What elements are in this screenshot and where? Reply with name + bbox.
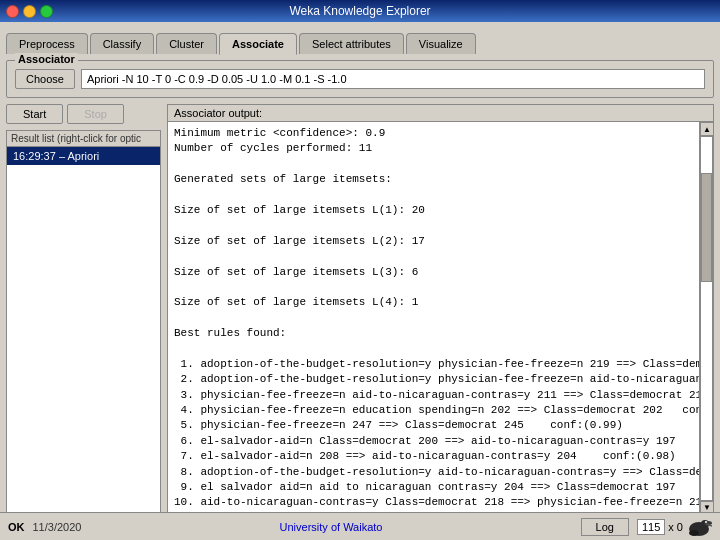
tab-associate[interactable]: Associate bbox=[219, 33, 297, 55]
weka-bird-icon bbox=[686, 516, 712, 538]
svg-point-5 bbox=[689, 530, 699, 536]
choose-button[interactable]: Choose bbox=[15, 69, 75, 89]
associator-group: Associator Choose Apriori -N 10 -T 0 -C … bbox=[6, 60, 714, 98]
result-list-label: Result list (right-click for optic bbox=[7, 131, 160, 147]
output-label: Associator output: bbox=[168, 105, 713, 122]
tab-visualize[interactable]: Visualize bbox=[406, 33, 476, 54]
window-title: Weka Knowledge Explorer bbox=[289, 4, 430, 18]
result-item-time: 16:29:37 bbox=[13, 150, 56, 162]
zoom-value: 115 bbox=[637, 519, 665, 535]
vertical-scrollbar[interactable]: ▲ ▼ bbox=[699, 122, 713, 515]
output-content: Minimum metric <confidence>: 0.9 Number … bbox=[168, 122, 699, 515]
maximize-btn[interactable] bbox=[40, 5, 53, 18]
tabs-bar: Preprocess Classify Cluster Associate Se… bbox=[0, 22, 720, 54]
status-ok: OK bbox=[8, 521, 25, 533]
scroll-track[interactable] bbox=[700, 136, 713, 501]
title-bar: Weka Knowledge Explorer bbox=[0, 0, 720, 22]
scroll-up-arrow[interactable]: ▲ bbox=[700, 122, 713, 136]
stop-button[interactable]: Stop bbox=[67, 104, 124, 124]
output-panel: Associator output: Minimum metric <confi… bbox=[167, 104, 714, 530]
result-item-name: Apriori bbox=[67, 150, 99, 162]
status-university: University of Waikato bbox=[89, 521, 572, 533]
svg-point-3 bbox=[705, 521, 707, 523]
associator-label: Associator bbox=[15, 53, 78, 65]
tab-preprocess[interactable]: Preprocess bbox=[6, 33, 88, 54]
tab-classify[interactable]: Classify bbox=[90, 33, 155, 54]
algorithm-text: Apriori -N 10 -T 0 -C 0.9 -D 0.05 -U 1.0… bbox=[81, 69, 705, 89]
zoom-label: x 0 bbox=[668, 521, 683, 533]
zoom-area: 115 x 0 bbox=[637, 516, 712, 538]
status-date: 11/3/2020 bbox=[33, 521, 82, 533]
close-btn[interactable] bbox=[6, 5, 19, 18]
tab-cluster[interactable]: Cluster bbox=[156, 33, 217, 54]
minimize-btn[interactable] bbox=[23, 5, 36, 18]
start-button[interactable]: Start bbox=[6, 104, 63, 124]
log-button[interactable]: Log bbox=[581, 518, 629, 536]
tab-select-attributes[interactable]: Select attributes bbox=[299, 33, 404, 54]
result-item[interactable]: 16:29:37 – Apriori bbox=[7, 147, 160, 165]
status-bar: OK 11/3/2020 University of Waikato Log 1… bbox=[0, 512, 720, 540]
scroll-thumb bbox=[701, 173, 712, 282]
result-list-box: Result list (right-click for optic 16:29… bbox=[6, 130, 161, 530]
